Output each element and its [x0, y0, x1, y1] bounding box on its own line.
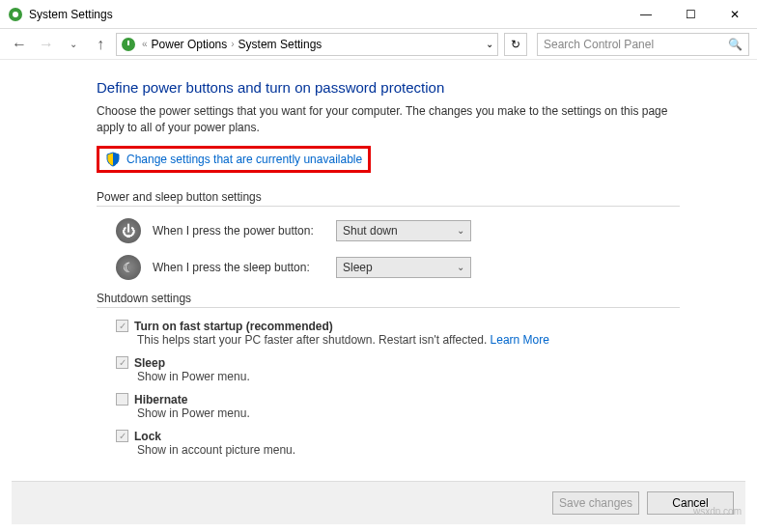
hibernate-checkbox[interactable] [116, 393, 128, 406]
close-button[interactable]: ✕ [713, 0, 757, 29]
up-button[interactable]: ↑ [89, 33, 112, 56]
sleep-button-select[interactable]: Sleep ⌄ [336, 257, 471, 278]
recent-dropdown[interactable]: ⌄ [62, 33, 85, 56]
title-bar: System Settings — ☐ ✕ [0, 0, 757, 29]
chevron-down-icon: ⌄ [457, 225, 464, 236]
maximize-button[interactable]: ☐ [668, 0, 713, 29]
search-placeholder: Search Control Panel [544, 38, 654, 51]
power-button-row: ⏻ When I press the power button: Shut do… [97, 218, 680, 243]
lock-label: Lock [134, 430, 161, 443]
fast-startup-label: Turn on fast startup (recommended) [134, 320, 333, 333]
power-button-label: When I press the power button: [153, 224, 336, 238]
hibernate-row: Hibernate Show in Power menu. [97, 393, 680, 420]
sleep-row: Sleep Show in Power menu. [97, 356, 680, 383]
sleep-checkbox[interactable] [116, 356, 128, 369]
minimize-button[interactable]: — [624, 0, 668, 29]
power-sleep-section-header: Power and sleep button settings [97, 190, 680, 207]
save-changes-button[interactable]: Save changes [552, 491, 639, 515]
search-icon: 🔍 [728, 38, 743, 51]
fast-startup-row: Turn on fast startup (recommended) This … [97, 320, 680, 347]
breadcrumb-system-settings[interactable]: System Settings [237, 38, 324, 51]
sleep-button-row: ☾ When I press the sleep button: Sleep ⌄ [97, 255, 680, 280]
back-button[interactable]: ← [8, 33, 31, 56]
page-heading: Define power buttons and turn on passwor… [97, 79, 680, 96]
hibernate-help: Show in Power menu. [116, 406, 680, 420]
hibernate-label: Hibernate [134, 393, 187, 406]
change-settings-link[interactable]: Change settings that are currently unava… [126, 153, 362, 166]
power-button-select[interactable]: Shut down ⌄ [336, 220, 471, 241]
nav-bar: ← → ⌄ ↑ « Power Options › System Setting… [0, 29, 757, 60]
watermark: wsxdn.com [693, 506, 742, 517]
power-icon: ⏻ [116, 218, 141, 243]
lock-row: Lock Show in account picture menu. [97, 430, 680, 457]
window-title: System Settings [29, 8, 624, 21]
refresh-button[interactable]: ↻ [504, 33, 527, 56]
breadcrumb-sep-icon: › [229, 39, 236, 49]
address-dropdown-icon[interactable]: ⌄ [486, 39, 493, 49]
breadcrumb-sep-icon: « [140, 39, 150, 49]
power-plan-icon [121, 37, 136, 52]
shield-icon [105, 152, 121, 167]
svg-point-1 [13, 12, 18, 17]
lock-checkbox[interactable] [116, 430, 128, 442]
sleep-label: Sleep [134, 356, 165, 370]
search-input[interactable]: Search Control Panel 🔍 [537, 33, 749, 56]
sleep-button-label: When I press the sleep button: [153, 261, 336, 274]
forward-button[interactable]: → [35, 33, 58, 56]
fast-startup-help: This helps start your PC faster after sh… [137, 333, 491, 347]
app-icon [8, 7, 23, 22]
power-button-value: Shut down [343, 224, 398, 238]
content-area: Define power buttons and turn on passwor… [0, 60, 757, 457]
sleep-button-value: Sleep [343, 261, 373, 274]
window-controls: — ☐ ✕ [624, 0, 757, 29]
shutdown-section-header: Shutdown settings [97, 292, 680, 308]
sleep-icon: ☾ [116, 255, 141, 280]
address-bar[interactable]: « Power Options › System Settings ⌄ [116, 33, 498, 56]
change-settings-highlight: Change settings that are currently unava… [97, 146, 371, 173]
breadcrumb-power-options[interactable]: Power Options [150, 38, 230, 51]
lock-help: Show in account picture menu. [116, 443, 680, 457]
page-description: Choose the power settings that you want … [97, 103, 680, 136]
chevron-down-icon: ⌄ [457, 262, 464, 272]
fast-startup-checkbox[interactable] [116, 320, 128, 332]
learn-more-link[interactable]: Learn More [491, 333, 549, 347]
sleep-help: Show in Power menu. [116, 370, 680, 383]
footer-buttons: Save changes Cancel [12, 481, 745, 524]
